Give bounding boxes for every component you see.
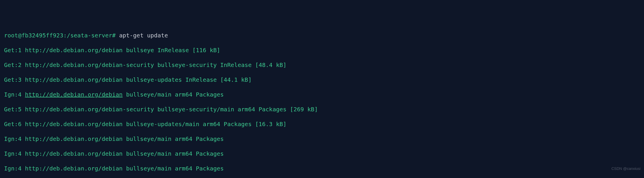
prompt-colon: :	[63, 32, 67, 39]
output-line: Get:1 http://deb.debian.org/debian bulls…	[4, 47, 640, 54]
output-line: Get:6 http://deb.debian.org/debian bulls…	[4, 121, 640, 128]
output-line: Ign:4 http://deb.debian.org/debian bulls…	[4, 91, 640, 99]
line-prefix: Ign:4	[4, 150, 25, 157]
line-body: http://deb.debian.org/debian bullseye-up…	[25, 121, 286, 128]
output-line: Ign:4 http://deb.debian.org/debian bulls…	[4, 135, 640, 143]
line-prefix: Get:3	[4, 76, 25, 83]
line-prefix: Get:1	[4, 47, 25, 54]
line-body: http://deb.debian.org/debian bullseye/ma…	[25, 150, 224, 157]
line-body: http://deb.debian.org/debian bullseye/ma…	[25, 135, 224, 142]
line-url: http://deb.debian.org/debian	[25, 91, 122, 98]
line-rest: bullseye/main arm64 Packages	[122, 91, 224, 98]
line-body: http://deb.debian.org/debian-security bu…	[25, 106, 318, 113]
line-prefix: Get:5	[4, 106, 25, 113]
prompt-user-host: root@fb32495ff923	[4, 32, 63, 39]
prompt-symbol: #	[112, 32, 116, 39]
line-prefix: Get:6	[4, 121, 25, 128]
line-body: http://deb.debian.org/debian bullseye/ma…	[25, 165, 224, 172]
prompt-line[interactable]: root@fb32495ff923:/seata-server# apt-get…	[4, 32, 640, 39]
output-line: Get:3 http://deb.debian.org/debian bulls…	[4, 76, 640, 84]
line-prefix: Ign:4	[4, 165, 25, 172]
output-line: Get:5 http://deb.debian.org/debian-secur…	[4, 106, 640, 113]
line-body: http://deb.debian.org/debian-security bu…	[25, 61, 286, 68]
line-prefix: Ign:4	[4, 135, 25, 142]
line-prefix: Ign:4	[4, 91, 25, 98]
output-line: Ign:4 http://deb.debian.org/debian bulls…	[4, 165, 640, 172]
line-prefix: Get:2	[4, 61, 25, 68]
output-line: Ign:4 http://deb.debian.org/debian bulls…	[4, 150, 640, 158]
output-line: Get:2 http://deb.debian.org/debian-secur…	[4, 61, 640, 69]
prompt-path: /seata-server	[67, 32, 112, 39]
line-body: http://deb.debian.org/debian bullseye In…	[25, 47, 220, 54]
line-body: http://deb.debian.org/debian bullseye-up…	[25, 76, 252, 83]
watermark: CSDN @canxiusi	[611, 165, 641, 172]
command-text: apt-get update	[119, 32, 168, 39]
